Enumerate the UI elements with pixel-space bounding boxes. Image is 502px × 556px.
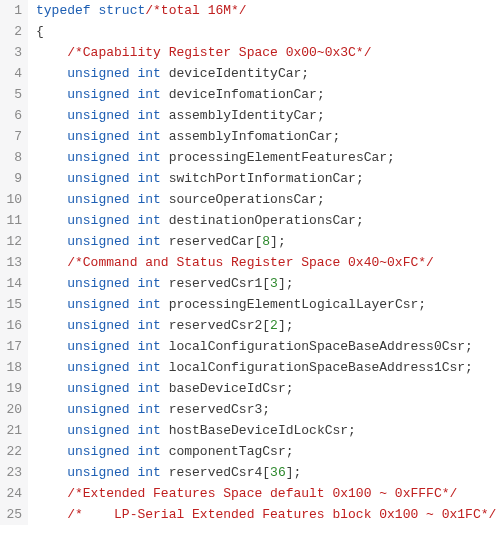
code-line: 10 unsigned int sourceOperationsCar;	[0, 189, 502, 210]
keyword-token: unsigned	[67, 234, 129, 249]
text-token: assemblyInfomationCar;	[161, 129, 340, 144]
line-number: 5	[0, 84, 28, 105]
keyword-token: int	[137, 339, 160, 354]
code-line: 1typedef struct/*total 16M*/	[0, 0, 502, 21]
line-number: 19	[0, 378, 28, 399]
text-token: processingElementFeaturesCar;	[161, 150, 395, 165]
keyword-token: unsigned	[67, 150, 129, 165]
number-token: 3	[270, 276, 278, 291]
text-token: deviceInfomationCar;	[161, 87, 325, 102]
code-line: 23 unsigned int reservedCsr4[36];	[0, 462, 502, 483]
code-content: unsigned int processingElementLogicalLay…	[28, 294, 426, 315]
code-line: 4 unsigned int deviceIdentityCar;	[0, 63, 502, 84]
keyword-token: int	[137, 129, 160, 144]
text-token: ];	[270, 234, 286, 249]
code-line: 2{	[0, 21, 502, 42]
line-number: 4	[0, 63, 28, 84]
line-number: 8	[0, 147, 28, 168]
keyword-token: unsigned	[67, 297, 129, 312]
line-number: 20	[0, 399, 28, 420]
line-number: 25	[0, 504, 28, 525]
keyword-token: unsigned	[67, 108, 129, 123]
text-token: reservedCsr4[	[161, 465, 270, 480]
code-content: typedef struct/*total 16M*/	[28, 0, 247, 21]
code-content: unsigned int reservedCsr1[3];	[28, 273, 294, 294]
number-token: 2	[270, 318, 278, 333]
line-number: 16	[0, 315, 28, 336]
text-token: ];	[278, 276, 294, 291]
code-content: unsigned int localConfigurationSpaceBase…	[28, 357, 473, 378]
code-line: 25 /* LP-Serial Extended Features block …	[0, 504, 502, 525]
code-content: unsigned int deviceInfomationCar;	[28, 84, 325, 105]
keyword-token: int	[137, 108, 160, 123]
code-line: 6 unsigned int assemblyIdentityCar;	[0, 105, 502, 126]
comment-token: /*Capability Register Space 0x00~0x3C*/	[67, 45, 371, 60]
text-token: ];	[278, 318, 294, 333]
keyword-token: unsigned	[67, 423, 129, 438]
keyword-token: unsigned	[67, 66, 129, 81]
text-token: componentTagCsr;	[161, 444, 294, 459]
text-token: hostBaseDeviceIdLockCsr;	[161, 423, 356, 438]
code-content: /*Command and Status Register Space 0x40…	[28, 252, 434, 273]
code-content: unsigned int assemblyInfomationCar;	[28, 126, 340, 147]
keyword-token: unsigned	[67, 276, 129, 291]
keyword-token: int	[137, 171, 160, 186]
comment-token: /* LP-Serial Extended Features block 0x1…	[67, 507, 496, 522]
comment-token: /*total 16M*/	[145, 3, 246, 18]
line-number: 11	[0, 210, 28, 231]
keyword-token: int	[137, 318, 160, 333]
keyword-token: int	[137, 213, 160, 228]
code-content: unsigned int localConfigurationSpaceBase…	[28, 336, 473, 357]
keyword-token: int	[137, 297, 160, 312]
text-token: reservedCar[	[161, 234, 262, 249]
code-content: unsigned int deviceIdentityCar;	[28, 63, 309, 84]
text-token: baseDeviceIdCsr;	[161, 381, 294, 396]
keyword-token: int	[137, 360, 160, 375]
keyword-token: unsigned	[67, 360, 129, 375]
line-number: 24	[0, 483, 28, 504]
line-number: 6	[0, 105, 28, 126]
keyword-token: unsigned	[67, 339, 129, 354]
keyword-token: unsigned	[67, 213, 129, 228]
code-content: unsigned int baseDeviceIdCsr;	[28, 378, 293, 399]
keyword-token: int	[137, 402, 160, 417]
line-number: 1	[0, 0, 28, 21]
code-content: unsigned int processingElementFeaturesCa…	[28, 147, 395, 168]
code-line: 11 unsigned int destinationOperationsCar…	[0, 210, 502, 231]
code-content: /* LP-Serial Extended Features block 0x1…	[28, 504, 496, 525]
text-token: {	[36, 24, 44, 39]
keyword-token: unsigned	[67, 402, 129, 417]
code-content: /*Capability Register Space 0x00~0x3C*/	[28, 42, 371, 63]
line-number: 10	[0, 189, 28, 210]
keyword-token: unsigned	[67, 171, 129, 186]
code-content: unsigned int reservedCsr2[2];	[28, 315, 294, 336]
text-token: reservedCsr1[	[161, 276, 270, 291]
line-number: 22	[0, 441, 28, 462]
code-line: 22 unsigned int componentTagCsr;	[0, 441, 502, 462]
keyword-token: int	[137, 423, 160, 438]
keyword-token: int	[137, 66, 160, 81]
code-line: 18 unsigned int localConfigurationSpaceB…	[0, 357, 502, 378]
keyword-token: unsigned	[67, 129, 129, 144]
line-number: 7	[0, 126, 28, 147]
keyword-token: int	[137, 150, 160, 165]
line-number: 14	[0, 273, 28, 294]
code-content: unsigned int switchPortInformationCar;	[28, 168, 364, 189]
code-line: 14 unsigned int reservedCsr1[3];	[0, 273, 502, 294]
text-token: reservedCsr2[	[161, 318, 270, 333]
number-token: 8	[262, 234, 270, 249]
code-content: unsigned int reservedCsr4[36];	[28, 462, 301, 483]
text-token: localConfigurationSpaceBaseAddress1Csr;	[161, 360, 473, 375]
line-number: 23	[0, 462, 28, 483]
code-line: 20 unsigned int reservedCsr3;	[0, 399, 502, 420]
code-line: 19 unsigned int baseDeviceIdCsr;	[0, 378, 502, 399]
code-line: 24 /*Extended Features Space default 0x1…	[0, 483, 502, 504]
code-line: 13 /*Command and Status Register Space 0…	[0, 252, 502, 273]
code-content: unsigned int assemblyIdentityCar;	[28, 105, 325, 126]
code-line: 9 unsigned int switchPortInformationCar;	[0, 168, 502, 189]
code-content: {	[28, 21, 44, 42]
code-content: unsigned int sourceOperationsCar;	[28, 189, 325, 210]
code-line: 15 unsigned int processingElementLogical…	[0, 294, 502, 315]
text-token: sourceOperationsCar;	[161, 192, 325, 207]
keyword-token: int	[137, 381, 160, 396]
